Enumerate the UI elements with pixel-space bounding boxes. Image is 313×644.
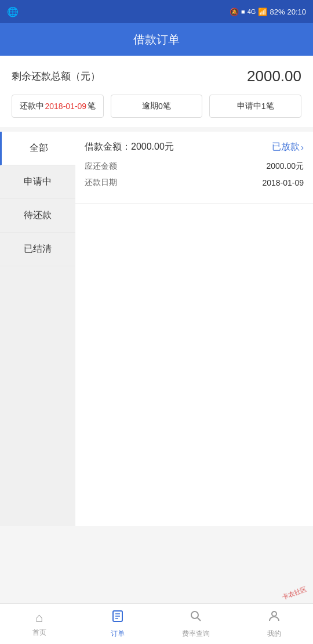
sidebar-label-pending: 待还款 — [24, 209, 52, 222]
summary-buttons: 还款中 2018-01-09 笔 逾期 0 笔 申请中 1 笔 — [12, 95, 301, 118]
overdue-count: 0 — [158, 102, 163, 111]
order-icon — [111, 609, 125, 627]
signal-icon: 📶 — [258, 8, 267, 16]
loan-detail-row-0: 应还金额 2000.00元 — [85, 161, 304, 172]
chevron-right-icon: › — [301, 143, 304, 152]
overdue-btn[interactable]: 逾期 0 笔 — [111, 95, 203, 118]
loan-amount-value: 2000.00元 — [131, 142, 174, 151]
sidebar-label-applying: 申请中 — [24, 176, 52, 188]
sidebar-item-applying[interactable]: 申请中 — [0, 165, 75, 199]
status-bar-left: 🌐 — [7, 6, 19, 17]
sidebar-label-all: 全部 — [30, 142, 48, 154]
sidebar-label-settled: 已结清 — [24, 243, 52, 255]
main-content: 借款金额：2000.00元 已放款 › 应还金额 2000.00元 还款日期 2… — [75, 132, 313, 526]
user-icon — [267, 609, 281, 627]
page-title: 借款订单 — [133, 32, 180, 48]
repay-date-label: 还款日期 — [85, 178, 117, 188]
loan-amount-text: 借款金额：2000.00元 — [85, 141, 174, 153]
nav-item-mine[interactable]: 我的 — [235, 604, 313, 644]
repay-date-value: 2018-01-09 — [262, 178, 304, 187]
order-label: 订单 — [111, 629, 125, 639]
overdue-label: 逾期 — [142, 101, 158, 111]
repayable-label: 应还金额 — [85, 161, 117, 172]
repayable-value: 2000.00元 — [266, 161, 304, 172]
loan-status-text: 已放款 — [272, 141, 300, 153]
sidebar-item-all[interactable]: 全部 — [0, 132, 75, 165]
repaying-date: 2018-01-09 — [45, 102, 87, 111]
summary-label: 剩余还款总额（元） — [12, 70, 100, 83]
content-area: 全部 申请中 待还款 已结清 借款金额：2000.00元 已放款 › 应还 — [0, 132, 313, 526]
loan-status: 已放款 › — [272, 141, 304, 153]
repaying-label: 还款中 — [20, 101, 44, 111]
battery-level: 82% — [270, 8, 285, 16]
repaying-btn[interactable]: 还款中 2018-01-09 笔 — [12, 95, 104, 118]
applying-btn[interactable]: 申请中 1 笔 — [209, 95, 301, 118]
app-icon: 🌐 — [7, 6, 19, 17]
applying-label: 申请中 — [237, 101, 261, 111]
applying-count: 1 — [261, 102, 266, 111]
mine-label: 我的 — [267, 629, 281, 639]
nav-item-home[interactable]: ⌂ 首页 — [0, 604, 78, 644]
summary-section: 剩余还款总额（元） 2000.00 还款中 2018-01-09 笔 逾期 0 … — [0, 56, 313, 127]
page-header: 借款订单 — [0, 23, 313, 56]
sidebar: 全部 申请中 待还款 已结清 — [0, 132, 75, 526]
status-bar: 🌐 🔕 ■ 4G 📶 82% 20:10 — [0, 0, 313, 23]
watermark: 卡农社区 — [281, 585, 308, 602]
mute-icon: 🔕 — [230, 8, 239, 16]
sidebar-item-settled[interactable]: 已结清 — [0, 233, 75, 266]
home-icon: ⌂ — [35, 610, 43, 625]
nav-item-order[interactable]: 订单 — [78, 604, 156, 644]
home-label: 首页 — [32, 628, 46, 638]
overdue-suffix: 笔 — [163, 101, 171, 111]
sidebar-item-pending[interactable]: 待还款 — [0, 199, 75, 233]
rates-label: 费率查询 — [182, 629, 210, 639]
svg-point-4 — [191, 612, 198, 618]
status-bar-right: 🔕 ■ 4G 📶 82% 20:10 — [230, 8, 306, 16]
summary-amount: 2000.00 — [247, 67, 301, 85]
bottom-nav: ⌂ 首页 订单 费率查询 我的 — [0, 603, 313, 644]
repaying-count: 笔 — [88, 101, 96, 111]
time-display: 20:10 — [287, 8, 306, 16]
network-4g-icon: 4G — [248, 8, 256, 15]
svg-point-6 — [272, 612, 276, 616]
sim-icon: ■ — [241, 8, 245, 15]
loan-amount-label: 借款金额： — [85, 142, 131, 151]
svg-line-5 — [197, 618, 201, 621]
applying-suffix: 笔 — [266, 101, 274, 111]
loan-card-header: 借款金额：2000.00元 已放款 › — [85, 141, 304, 153]
loan-card[interactable]: 借款金额：2000.00元 已放款 › 应还金额 2000.00元 还款日期 2… — [75, 132, 313, 204]
nav-item-rates[interactable]: 费率查询 — [156, 604, 235, 644]
summary-row: 剩余还款总额（元） 2000.00 — [12, 67, 301, 85]
search-icon — [189, 609, 203, 627]
loan-detail-row-1: 还款日期 2018-01-09 — [85, 178, 304, 188]
